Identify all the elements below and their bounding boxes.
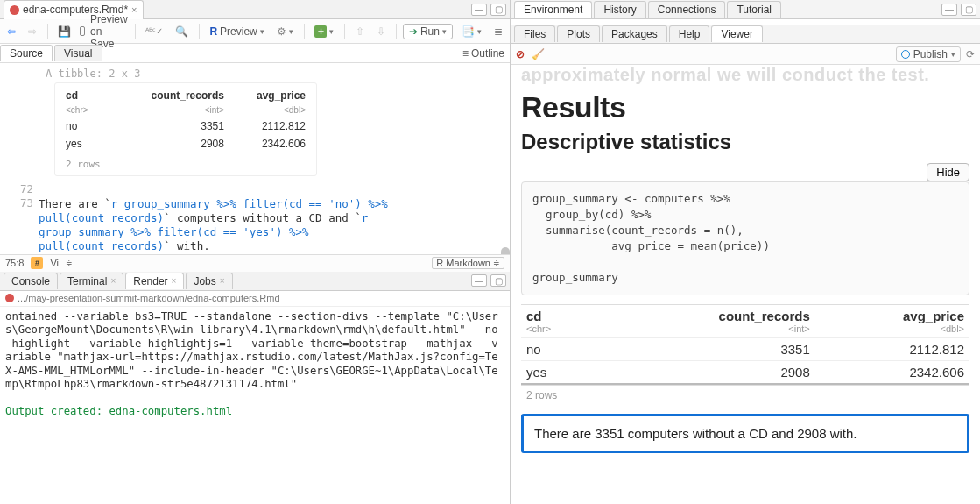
source-file-tabs: edna-computers.Rmd* × — ▢: [0, 0, 510, 19]
viewer-h1: Results: [521, 90, 969, 124]
cursor-position: 75:8: [5, 258, 24, 268]
tab-connections[interactable]: Connections: [648, 1, 726, 18]
table-row: no33512112.812: [521, 338, 969, 361]
run-button[interactable]: ➔Run▾: [403, 24, 453, 39]
viewer-content[interactable]: approximately normal we will conduct the…: [511, 65, 980, 504]
publish-button[interactable]: Publish▾: [896, 46, 961, 62]
viewer-h2: Descriptive statistics: [521, 130, 969, 154]
pane-max-icon[interactable]: ▢: [961, 4, 976, 16]
save-icon[interactable]: 💾: [54, 24, 74, 39]
hide-code-button[interactable]: Hide: [927, 163, 969, 181]
tab-render[interactable]: Render×: [125, 273, 184, 289]
tibble-caption: A tibble: 2 x 3: [39, 67, 503, 81]
preview-button[interactable]: R Preview ▾: [206, 24, 267, 39]
editor-scrollbar[interactable]: [501, 247, 510, 254]
inline-table-output: cd<chr> count_records<int> avg_price<dbl…: [54, 82, 317, 176]
viewer-overflow-text: approximately normal we will conduct the…: [521, 65, 969, 85]
viewer-pane-tabs: Files Plots Packages Help Viewer: [511, 25, 980, 44]
publish-ring-icon: [901, 50, 910, 59]
close-icon[interactable]: ×: [131, 4, 137, 15]
outline-button[interactable]: ≡ Outline: [462, 47, 504, 60]
breadcrumb[interactable]: Vi: [50, 258, 59, 268]
table-row: yes29082342.606: [521, 361, 969, 385]
tab-viewer[interactable]: Viewer: [711, 25, 762, 42]
tab-tutorial[interactable]: Tutorial: [727, 1, 781, 18]
refresh-icon[interactable]: ⟳: [966, 48, 975, 60]
pane-min-icon[interactable]: —: [941, 4, 957, 16]
pane-max-icon[interactable]: ▢: [490, 274, 506, 287]
viewer-table: cd<chr> count_records<int> avg_price<dbl…: [521, 304, 969, 385]
preview-on-save-checkbox[interactable]: [80, 26, 85, 36]
viewer-table-footer: 2 rows: [521, 385, 969, 405]
pane-min-icon[interactable]: —: [471, 274, 487, 287]
render-console[interactable]: ontained --variable bs3=TRUE --standalon…: [0, 307, 510, 505]
editor-gutter: 72 73 74 75 ▾: [0, 63, 39, 254]
outline-toggle-icon[interactable]: ≣: [490, 24, 506, 39]
tab-packages[interactable]: Packages: [602, 25, 667, 42]
source-toolbar: ⇦ ⇨ 💾 Preview on Save ᴬᴮᶜ✓ 🔍 R Preview ▾…: [0, 19, 510, 44]
tab-history[interactable]: History: [594, 1, 645, 18]
tab-console[interactable]: Console: [4, 273, 58, 289]
chunk-up-icon[interactable]: ⇧: [352, 24, 368, 39]
viewer-code-block: group_summary <- computers %>% group_by(…: [521, 181, 969, 295]
rmd-file-icon: [5, 294, 14, 302]
table-row: yes29082342.606: [66, 135, 306, 153]
visual-tab[interactable]: Visual: [54, 45, 102, 61]
find-replace-icon[interactable]: 🔍: [172, 24, 192, 39]
file-type-select[interactable]: R Markdown ≑: [432, 257, 504, 269]
section-chip[interactable]: #: [31, 257, 43, 269]
render-path: .../may-presentation-summit-markdown/edn…: [0, 291, 510, 307]
broom-icon[interactable]: 🧹: [532, 48, 545, 60]
tab-files[interactable]: Files: [514, 25, 555, 42]
source-tab[interactable]: Source: [0, 45, 53, 61]
pane-min-icon[interactable]: —: [471, 4, 487, 16]
publish-source-icon[interactable]: 📑▾: [458, 24, 485, 39]
console-tabs: Console Terminal× Render× Jobs× — ▢: [0, 272, 510, 291]
spellcheck-icon[interactable]: ᴬᴮᶜ✓: [142, 25, 166, 38]
clear-viewer-icon[interactable]: ⊘: [516, 48, 525, 60]
tab-terminal[interactable]: Terminal×: [60, 273, 123, 289]
highlighted-sentence: There are 3351 computers without a CD an…: [521, 414, 969, 453]
pane-max-icon[interactable]: ▢: [490, 4, 506, 16]
tab-jobs[interactable]: Jobs×: [186, 273, 232, 289]
source-visual-tabs: Source Visual ≡ Outline: [0, 44, 510, 63]
editor-body[interactable]: A tibble: 2 x 3 cd<chr> count_records<in…: [39, 63, 510, 254]
tab-help[interactable]: Help: [669, 25, 710, 42]
editor-statusbar: 75:8 # Vi≑ R Markdown ≑: [0, 254, 510, 272]
chunk-down-icon[interactable]: ⇩: [373, 24, 389, 39]
table-row: no33512112.812: [66, 117, 306, 135]
knit-options-icon[interactable]: ⚙▾: [273, 24, 297, 39]
viewer-toolbar: ⊘ 🧹 Publish▾ ⟳: [511, 44, 980, 65]
insert-chunk-button[interactable]: ＋▾: [311, 24, 337, 39]
rmd-file-icon: [10, 5, 19, 15]
env-pane-tabs: Environment History Connections Tutorial…: [511, 0, 980, 19]
tab-plots[interactable]: Plots: [557, 25, 600, 42]
back-icon[interactable]: ⇦: [4, 24, 19, 39]
tab-environment[interactable]: Environment: [514, 1, 592, 18]
render-output-line: Output created: edna-computers.html: [5, 405, 232, 417]
forward-icon[interactable]: ⇨: [25, 24, 40, 39]
